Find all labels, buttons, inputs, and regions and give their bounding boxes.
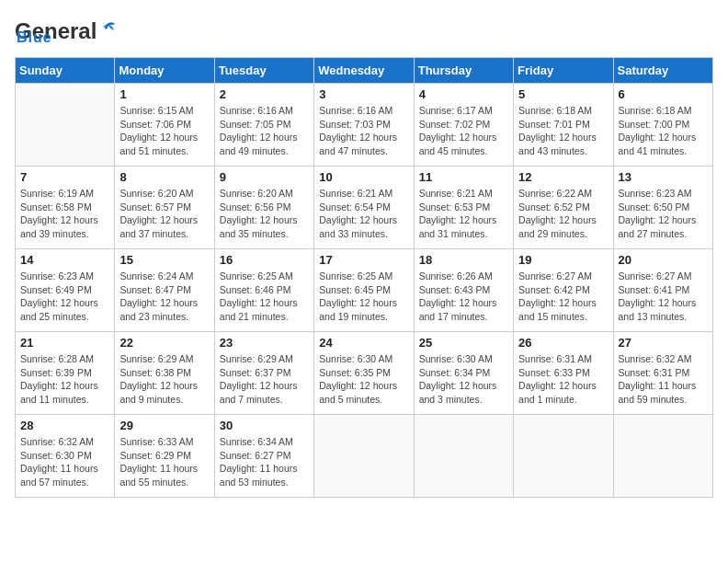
week-row-4: 21Sunrise: 6:28 AMSunset: 6:39 PMDayligh… (16, 332, 713, 415)
cell-info: Sunrise: 6:26 AMSunset: 6:43 PMDaylight:… (419, 270, 508, 324)
calendar-table: SundayMondayTuesdayWednesdayThursdayFrid… (15, 57, 713, 498)
day-cell: 11Sunrise: 6:21 AMSunset: 6:53 PMDayligh… (414, 167, 513, 249)
day-cell: 21Sunrise: 6:28 AMSunset: 6:39 PMDayligh… (16, 332, 115, 415)
day-number: 10 (319, 170, 408, 184)
day-number: 13 (619, 170, 708, 184)
day-cell (314, 415, 414, 498)
day-number: 7 (20, 170, 109, 184)
cell-info: Sunrise: 6:29 AMSunset: 6:37 PMDaylight:… (220, 352, 309, 407)
week-row-2: 7Sunrise: 6:19 AMSunset: 6:58 PMDaylight… (16, 167, 713, 249)
cell-info: Sunrise: 6:23 AMSunset: 6:50 PMDaylight:… (619, 187, 708, 241)
day-number: 30 (220, 419, 309, 432)
day-cell (514, 415, 613, 498)
header-row: SundayMondayTuesdayWednesdayThursdayFrid… (16, 58, 713, 84)
day-number: 5 (518, 87, 608, 101)
cell-info: Sunrise: 6:20 AMSunset: 6:57 PMDaylight:… (119, 187, 209, 241)
header-day-sunday: Sunday (16, 58, 115, 84)
day-number: 3 (319, 87, 408, 101)
cell-info: Sunrise: 6:29 AMSunset: 6:38 PMDaylight:… (119, 352, 209, 407)
cell-info: Sunrise: 6:30 AMSunset: 6:34 PMDaylight:… (419, 352, 508, 407)
day-number: 9 (220, 170, 309, 184)
day-cell: 5Sunrise: 6:18 AMSunset: 7:01 PMDaylight… (514, 84, 613, 167)
cell-info: Sunrise: 6:34 AMSunset: 6:27 PMDaylight:… (220, 435, 309, 489)
day-cell: 22Sunrise: 6:29 AMSunset: 6:38 PMDayligh… (115, 332, 214, 415)
cell-info: Sunrise: 6:25 AMSunset: 6:45 PMDaylight:… (319, 270, 408, 324)
header-day-thursday: Thursday (414, 58, 513, 84)
day-cell: 17Sunrise: 6:25 AMSunset: 6:45 PMDayligh… (314, 249, 414, 332)
cell-info: Sunrise: 6:16 AMSunset: 7:03 PMDaylight:… (319, 104, 408, 158)
day-cell: 2Sunrise: 6:16 AMSunset: 7:05 PMDaylight… (214, 84, 313, 167)
day-cell: 20Sunrise: 6:27 AMSunset: 6:41 PMDayligh… (613, 249, 712, 332)
day-number: 12 (518, 170, 608, 184)
cell-info: Sunrise: 6:32 AMSunset: 6:31 PMDaylight:… (619, 352, 708, 407)
calendar-header: SundayMondayTuesdayWednesdayThursdayFrid… (16, 58, 713, 84)
day-cell: 18Sunrise: 6:26 AMSunset: 6:43 PMDayligh… (414, 249, 513, 332)
day-number: 8 (119, 170, 209, 184)
day-cell: 25Sunrise: 6:30 AMSunset: 6:34 PMDayligh… (414, 332, 513, 415)
cell-info: Sunrise: 6:20 AMSunset: 6:56 PMDaylight:… (220, 187, 309, 241)
cell-info: Sunrise: 6:28 AMSunset: 6:39 PMDaylight:… (20, 352, 109, 407)
cell-info: Sunrise: 6:19 AMSunset: 6:58 PMDaylight:… (20, 187, 109, 241)
day-number: 24 (319, 336, 408, 350)
day-cell: 28Sunrise: 6:32 AMSunset: 6:30 PMDayligh… (16, 415, 115, 498)
day-cell: 14Sunrise: 6:23 AMSunset: 6:49 PMDayligh… (16, 249, 115, 332)
cell-info: Sunrise: 6:27 AMSunset: 6:41 PMDaylight:… (619, 270, 708, 324)
cell-info: Sunrise: 6:18 AMSunset: 7:01 PMDaylight:… (518, 104, 608, 158)
cell-info: Sunrise: 6:32 AMSunset: 6:30 PMDaylight:… (20, 435, 109, 489)
header-day-friday: Friday (514, 58, 613, 84)
day-cell: 12Sunrise: 6:22 AMSunset: 6:52 PMDayligh… (514, 167, 613, 249)
day-cell: 19Sunrise: 6:27 AMSunset: 6:42 PMDayligh… (514, 249, 613, 332)
day-cell (414, 415, 513, 498)
day-cell: 1Sunrise: 6:15 AMSunset: 7:06 PMDaylight… (115, 84, 214, 167)
cell-info: Sunrise: 6:22 AMSunset: 6:52 PMDaylight:… (518, 187, 608, 241)
day-number: 29 (119, 419, 209, 432)
header-day-wednesday: Wednesday (314, 58, 414, 84)
day-number: 4 (419, 87, 508, 101)
cell-info: Sunrise: 6:21 AMSunset: 6:54 PMDaylight:… (319, 187, 408, 241)
calendar-body: 1Sunrise: 6:15 AMSunset: 7:06 PMDaylight… (16, 84, 713, 498)
logo-blue-text: Blue (17, 29, 52, 46)
day-cell: 10Sunrise: 6:21 AMSunset: 6:54 PMDayligh… (314, 167, 414, 249)
day-number: 15 (119, 253, 209, 267)
day-number: 11 (419, 170, 508, 184)
cell-info: Sunrise: 6:27 AMSunset: 6:42 PMDaylight:… (518, 270, 608, 324)
day-cell: 3Sunrise: 6:16 AMSunset: 7:03 PMDaylight… (314, 84, 414, 167)
day-cell (16, 84, 115, 167)
day-cell: 4Sunrise: 6:17 AMSunset: 7:02 PMDaylight… (414, 84, 513, 167)
day-number: 20 (619, 253, 708, 267)
cell-info: Sunrise: 6:33 AMSunset: 6:29 PMDaylight:… (119, 435, 209, 489)
day-cell: 29Sunrise: 6:33 AMSunset: 6:29 PMDayligh… (115, 415, 214, 498)
day-cell: 15Sunrise: 6:24 AMSunset: 6:47 PMDayligh… (115, 249, 214, 332)
day-cell: 26Sunrise: 6:31 AMSunset: 6:33 PMDayligh… (514, 332, 613, 415)
day-number: 19 (518, 253, 608, 267)
day-number: 27 (619, 336, 708, 350)
day-number: 14 (20, 253, 109, 267)
day-number: 16 (220, 253, 309, 267)
header-day-monday: Monday (115, 58, 214, 84)
day-cell: 30Sunrise: 6:34 AMSunset: 6:27 PMDayligh… (214, 415, 313, 498)
day-number: 1 (119, 87, 209, 101)
day-cell: 7Sunrise: 6:19 AMSunset: 6:58 PMDaylight… (16, 167, 115, 249)
day-number: 26 (518, 336, 608, 350)
day-number: 2 (220, 87, 309, 101)
day-cell: 23Sunrise: 6:29 AMSunset: 6:37 PMDayligh… (214, 332, 313, 415)
cell-info: Sunrise: 6:24 AMSunset: 6:47 PMDaylight:… (119, 270, 209, 324)
week-row-3: 14Sunrise: 6:23 AMSunset: 6:49 PMDayligh… (16, 249, 713, 332)
cell-info: Sunrise: 6:21 AMSunset: 6:53 PMDaylight:… (419, 187, 508, 241)
cell-info: Sunrise: 6:16 AMSunset: 7:05 PMDaylight:… (220, 104, 309, 158)
day-cell: 13Sunrise: 6:23 AMSunset: 6:50 PMDayligh… (613, 167, 712, 249)
day-cell (613, 415, 712, 498)
day-cell: 6Sunrise: 6:18 AMSunset: 7:00 PMDaylight… (613, 84, 712, 167)
day-cell: 16Sunrise: 6:25 AMSunset: 6:46 PMDayligh… (214, 249, 313, 332)
page-header: General Blue (15, 15, 713, 46)
day-cell: 27Sunrise: 6:32 AMSunset: 6:31 PMDayligh… (613, 332, 712, 415)
day-number: 28 (20, 419, 109, 432)
day-cell: 8Sunrise: 6:20 AMSunset: 6:57 PMDaylight… (115, 167, 214, 249)
cell-info: Sunrise: 6:23 AMSunset: 6:49 PMDaylight:… (20, 270, 109, 324)
day-cell: 24Sunrise: 6:30 AMSunset: 6:35 PMDayligh… (314, 332, 414, 415)
day-number: 23 (220, 336, 309, 350)
header-day-saturday: Saturday (613, 58, 712, 84)
cell-info: Sunrise: 6:31 AMSunset: 6:33 PMDaylight:… (518, 352, 608, 407)
cell-info: Sunrise: 6:25 AMSunset: 6:46 PMDaylight:… (220, 270, 309, 324)
cell-info: Sunrise: 6:18 AMSunset: 7:00 PMDaylight:… (619, 104, 708, 158)
